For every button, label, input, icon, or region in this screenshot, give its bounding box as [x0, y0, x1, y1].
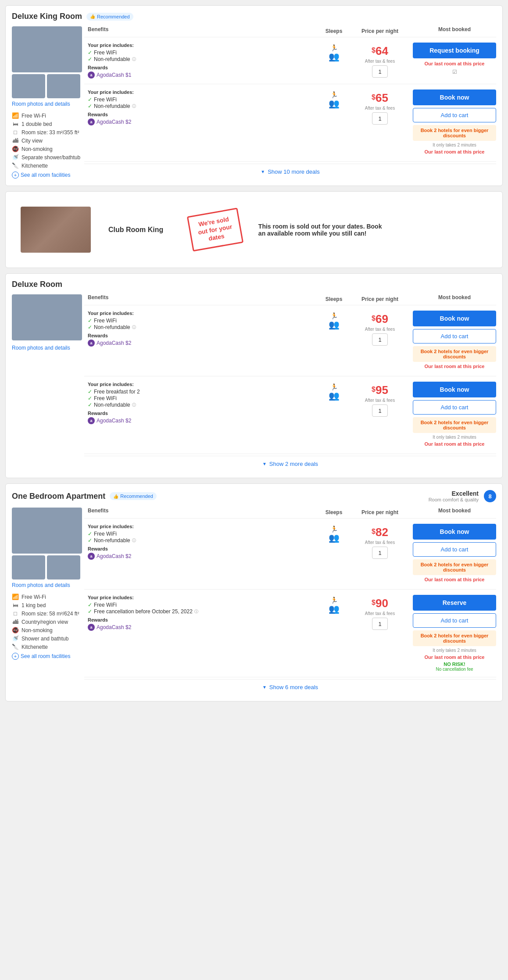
club-room-title: Club Room King	[100, 226, 172, 234]
header-price-2: Price per night	[351, 294, 408, 302]
apt-header-benefits: Benefits	[84, 508, 316, 515]
deluxe-book-now-2[interactable]: Book now	[413, 382, 496, 397]
apt-add-cart-2[interactable]: Add to cart	[413, 613, 496, 628]
apt-last-room-2: Our last room at this price	[413, 655, 496, 660]
deluxe-price-includes-2: Your price includes:	[88, 382, 316, 387]
deluxe-quantity-box[interactable]: 1	[372, 333, 388, 346]
deluxe-add-cart-1[interactable]: Add to cart	[413, 329, 496, 343]
benefit-nonrefund-2: ✓ Non-refundable ⓘ	[88, 103, 316, 109]
dollar-sign: $	[372, 46, 376, 54]
request-booking-button[interactable]: Request booking	[413, 43, 496, 58]
room-thumb-1	[12, 74, 45, 98]
apt-deal1-action: Book now Add to cart Book 2 hotels for e…	[408, 524, 496, 584]
deluxe-deals-section: Benefits Sleeps Price per night Most boo…	[84, 294, 496, 472]
deluxe-quantity-box-2[interactable]: 1	[372, 404, 388, 417]
last-room-text-1: Our last room at this price	[413, 61, 496, 66]
apt-amenity-smoking: 🚭 Non-smoking	[12, 626, 84, 634]
apt-header-action: Most booked	[408, 508, 496, 515]
deluxe-benefit-breakfast-text: Free breakfast for 2	[94, 389, 140, 395]
apt-header-price: Price per night	[351, 508, 408, 515]
amenity-kitchen: 🔪 Kitchenette	[12, 161, 84, 170]
deluxe-deal1-sleeps: 🏃 👥	[316, 311, 351, 330]
apt-wifi-text: Free Wi-Fi	[21, 594, 46, 600]
price-display-2: $65	[351, 91, 408, 105]
header-benefits: Benefits	[84, 26, 316, 34]
apt-add-cart-1[interactable]: Add to cart	[413, 542, 496, 557]
deluxe-deal-row-1: Your price includes: ✓ Free WiFi ✓ Non-r…	[84, 305, 496, 376]
book-now-button-1[interactable]: Book now	[413, 89, 496, 105]
apt-quantity-box[interactable]: 1	[372, 547, 388, 559]
deluxe-dollar-sign: $	[372, 315, 376, 322]
deluxe-price-includes: Your price includes:	[88, 311, 316, 316]
apt-book2-1: Book 2 hotels for even bigger discounts	[413, 559, 496, 575]
last-room-text-2: Our last room at this price	[413, 149, 496, 154]
check-icon-9: ✓	[88, 402, 92, 408]
quantity-box[interactable]: 1	[372, 65, 388, 78]
deluxe-takes-2min: It only takes 2 minutes	[413, 435, 496, 440]
apt-reserve-button[interactable]: Reserve	[413, 595, 496, 611]
excellent-score-badge: 8	[484, 490, 496, 502]
show-more-deals-2[interactable]: Show 2 more deals	[84, 456, 496, 472]
add-to-cart-button-1[interactable]: Add to cart	[413, 108, 496, 122]
people-icon-6: 👥	[329, 604, 340, 614]
apt-price-value-2: 90	[376, 597, 388, 610]
apt-rewards-label-2: Rewards	[88, 617, 316, 622]
apt-book2-2: Book 2 hotels for even bigger discounts	[413, 630, 496, 646]
check-icon-12: ✓	[88, 602, 92, 608]
excellent-label: Excellent	[429, 490, 479, 497]
deluxe-book-now-1[interactable]: Book now	[413, 311, 496, 326]
deluxe-book2-1: Book 2 hotels for even bigger discounts	[413, 346, 496, 362]
apt-thumb-1	[12, 555, 45, 579]
see-all-facilities-link[interactable]: See all room facilities	[12, 172, 84, 179]
sold-out-stamp: We're soldout for yourdates	[187, 208, 243, 252]
show-more-deals-1[interactable]: Show 10 more deals	[84, 164, 496, 179]
apt-kitchen-text: Kitchenette	[21, 644, 48, 650]
header-action: Most booked	[408, 26, 496, 34]
apt-bed-text: 1 king bed	[21, 602, 46, 608]
apt-quantity-box-2[interactable]: 1	[372, 618, 388, 630]
apt-deal1-sleeps: 🏃 👥	[316, 524, 351, 543]
apt-amenity-shower: 🚿 Shower and bathtub	[12, 634, 84, 643]
people-icon-5: 👥	[329, 533, 340, 543]
deluxe-deal1-action: Book now Add to cart Book 2 hotels for e…	[408, 311, 496, 371]
apt-photos-link[interactable]: Room photos and details	[12, 582, 70, 588]
price-value: 64	[376, 44, 388, 57]
sleep-icon-2: 🏃	[330, 91, 338, 98]
deluxe-room-photos-link[interactable]: Room photos and details	[12, 345, 70, 351]
deals-section: Benefits Sleeps Price per night Most boo…	[84, 26, 496, 179]
apt-room-body: Room photos and details 📶 Free Wi-Fi 🛏 1…	[12, 508, 496, 695]
apt-price-value: 82	[376, 526, 388, 539]
apt-see-all-link[interactable]: See all room facilities	[12, 653, 84, 660]
header-benefits-2: Benefits	[84, 294, 316, 302]
amenity-size-text: Room size: 33 m²/355 ft²	[21, 129, 79, 136]
nonrefund-sup: ⓘ	[132, 57, 136, 62]
room-thumb-2	[47, 74, 80, 98]
apt-rewards-label: Rewards	[88, 546, 316, 551]
deluxe-add-cart-2[interactable]: Add to cart	[413, 400, 496, 415]
apt-header-sleeps: Sleeps	[316, 508, 351, 515]
deluxe-deal1-price: $69 After tax & fees 1	[351, 311, 408, 346]
quantity-box-2[interactable]: 1	[372, 112, 388, 125]
apt-deal1-price: $82 After tax & fees 1	[351, 524, 408, 559]
show-more-deals-3[interactable]: Show 6 more deals	[84, 679, 496, 695]
apt-amenity-view: 🏙 Country/region view	[12, 618, 84, 626]
takes-2min-1: It only takes 2 minutes	[413, 143, 496, 147]
agoda-icon-2: a	[88, 118, 95, 125]
apt-size-icon: □	[12, 610, 19, 617]
apt-book-now-1[interactable]: Book now	[413, 524, 496, 540]
deluxe-benefit-wifi-text: Free WiFi	[94, 318, 117, 324]
sold-out-message: This room is sold out for your dates. Bo…	[258, 223, 390, 237]
sleep-icon: 🏃	[330, 44, 338, 51]
nonrefund-sup-5: ⓘ	[132, 538, 136, 544]
excellent-row: Excellent Room comfort & quality 8	[429, 490, 496, 502]
apt-recommended-badge: Recommended	[110, 492, 157, 500]
room-photos-link[interactable]: Room photos and details	[12, 101, 70, 107]
apt-benefit-wifi-text: Free WiFi	[94, 531, 117, 537]
deluxe-benefit-breakfast: ✓ Free breakfast for 2	[88, 389, 316, 395]
price-after-tax-2: After tax & fees	[351, 106, 408, 111]
no-risk-label: NO RISK!	[413, 662, 496, 667]
bed-icon: 🛏	[12, 121, 19, 127]
deluxe-benefit-nonrefund-text-2: Non-refundable	[94, 402, 130, 408]
check-icon-8: ✓	[88, 395, 92, 401]
apt-deal2-price: $90 After tax & fees 1	[351, 595, 408, 630]
